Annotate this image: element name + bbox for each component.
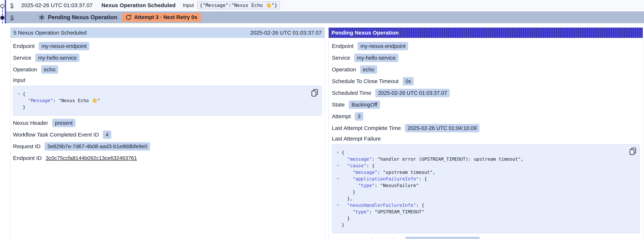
code-line: }	[334, 215, 627, 222]
field-service: Servicemy-hello-service	[13, 54, 322, 62]
code-line: "message": "upstream timeout",	[334, 169, 627, 176]
pending-operation-title: Pending Nexus Operation	[332, 30, 399, 36]
timeline-open-circle-icon	[0, 4, 4, 8]
retry-icon	[126, 14, 132, 20]
input-json: {"Message": "Nexus Echo 👋"}	[13, 86, 322, 116]
field-value-chip: echo	[360, 65, 377, 74]
field-label: Operation	[332, 66, 356, 73]
field-label: Endpoint ID	[13, 155, 42, 161]
collapse-chevron-icon[interactable]	[334, 162, 342, 166]
collapse-chevron-icon[interactable]	[334, 176, 342, 180]
event-history-row[interactable]: 5 2025-02-26 UTC 01:03:37.07 Nexus Opera…	[6, 0, 644, 10]
event-timestamp: 2025-02-26 UTC 01:03:37.07	[21, 2, 93, 8]
timeline-filled-circle-icon	[0, 16, 4, 20]
field-value-chip: my-nexus-endpoint	[358, 42, 408, 50]
field-value-chip: present	[52, 119, 76, 127]
code-line: "type": "NexusFailure"	[334, 182, 627, 189]
code-line: }	[15, 104, 309, 110]
pending-operation-panel: Pending Nexus Operation Endpointmy-nexus…	[328, 28, 643, 239]
field-value-chip: my-hello-service	[354, 54, 398, 62]
field-endpoint: Endpointmy-nexus-endpoint	[13, 42, 322, 50]
event-input-label: Input	[183, 2, 194, 8]
pending-title: Pending Nexus Operation	[48, 14, 117, 21]
event-detail-title: 5 Nexus Operation Scheduled	[13, 30, 86, 36]
event-id-link[interactable]: 5	[10, 2, 14, 8]
field-label: Service	[13, 55, 31, 61]
field-label: Nexus Header	[13, 120, 48, 126]
field-attempt: Attempt3	[332, 112, 640, 120]
code-line: {	[334, 149, 627, 156]
field-input: Input{"Message": "Nexus Echo 👋"}	[13, 77, 322, 116]
pending-operation-header: Pending Nexus Operation	[328, 28, 643, 38]
field-value-chip: echo	[41, 65, 58, 74]
code-line: "cause": {	[334, 162, 627, 169]
active-event-indicator-bar	[5, 0, 6, 24]
field-workflow-task-completed-event-id: Workflow Task Completed Event ID4	[13, 130, 322, 139]
field-label: Next Attempt Schedule Time	[332, 238, 401, 239]
field-label: Service	[332, 55, 350, 61]
pending-operation-row[interactable]: 5 Pending Nexus Operation Attempt 3 · Ne…	[6, 11, 644, 23]
field-label: State	[332, 102, 345, 108]
field-value-chip: 3e829b7e-7d67-4b08-aad3-b1e868bfe9e0	[44, 142, 150, 150]
field-label: Input	[13, 77, 322, 83]
copy-icon[interactable]	[311, 89, 318, 96]
event-title: Nexus Operation Scheduled	[102, 2, 176, 8]
field-value-chip: BackingOff	[349, 100, 380, 109]
field-value-chip: 0s	[403, 77, 414, 86]
retry-attempt-badge[interactable]: Attempt 3 · Next Retry 0s	[122, 13, 201, 22]
code-line: "Message": "Nexus Echo 👋"	[15, 97, 309, 104]
field-scheduled-time: Scheduled Time2025-02-26 UTC 01:03:37.07	[332, 89, 640, 97]
field-label: Endpoint	[13, 43, 34, 49]
field-operation: Operationecho	[332, 65, 640, 74]
field-operation: Operationecho	[13, 65, 322, 74]
event-input-preview-chip[interactable]: {"Message":"Nexus Echo 👋"}	[197, 1, 280, 9]
copy-icon[interactable]	[629, 148, 636, 155]
field-endpoint: Endpointmy-nexus-endpoint	[332, 42, 640, 50]
field-last-attempt-complete-time: Last Attempt Complete Time2025-02-26 UTC…	[332, 124, 640, 132]
field-label: Request ID	[13, 143, 40, 150]
code-line: }	[334, 189, 627, 196]
field-state: StateBackingOff	[332, 100, 640, 109]
code-line: "applicationFailureInfo": {	[334, 176, 627, 182]
code-line: {	[15, 91, 309, 97]
field-last-attempt-failure: Last Attempt Failure{"message": "handler…	[332, 136, 640, 233]
code-line: "nexusHandlerFailureInfo": {	[334, 202, 627, 208]
field-service: Servicemy-hello-service	[332, 54, 640, 62]
field-value-chip: 2025-02-26 UTC 01:04:13.93	[405, 236, 480, 239]
field-value-chip: my-nexus-endpoint	[39, 42, 89, 50]
field-label: Last Attempt Failure	[332, 136, 640, 142]
field-next-attempt-schedule-time: Next Attempt Schedule Time2025-02-26 UTC…	[332, 236, 640, 239]
event-detail-header: 5 Nexus Operation Scheduled 2025-02-26 U…	[10, 28, 324, 38]
event-detail-panel: 5 Nexus Operation Scheduled 2025-02-26 U…	[10, 28, 325, 239]
field-label: Workflow Task Completed Event ID	[13, 132, 99, 138]
pending-operation-body: Endpointmy-nexus-endpointServicemy-hello…	[328, 38, 643, 239]
field-value-chip: 2025-02-26 UTC 01:03:37.07	[375, 89, 450, 97]
last-attempt-failure-json: {"message": "handler error (UPSTREAM_TIM…	[332, 144, 640, 233]
code-line: "message": "handler error (UPSTREAM_TIME…	[334, 156, 627, 162]
field-schedule-to-close-timeout: Schedule To Close Timeout0s	[332, 77, 640, 86]
field-value-chip: 3	[355, 112, 363, 120]
event-detail-panels: 5 Nexus Operation Scheduled 2025-02-26 U…	[10, 28, 643, 239]
field-label: Operation	[13, 66, 37, 73]
field-label: Schedule To Close Timeout	[332, 78, 399, 84]
field-label: Scheduled Time	[332, 90, 371, 96]
pending-event-id-link[interactable]: 5	[10, 14, 14, 20]
asterisk-pending-icon	[38, 14, 45, 21]
code-line: "type": "UPSTREAM_TIMEOUT"	[334, 208, 627, 215]
field-value-link[interactable]: 3c0c75ccfa8144b092c13ce632463761	[46, 155, 137, 161]
field-endpoint-id: Endpoint ID3c0c75ccfa8144b092c13ce632463…	[13, 154, 322, 162]
code-line: }	[334, 222, 627, 228]
field-nexus-header: Nexus Headerpresent	[13, 119, 322, 127]
field-label: Last Attempt Complete Time	[332, 125, 401, 131]
code-line: },	[334, 196, 627, 202]
field-label: Attempt	[332, 113, 351, 120]
field-value-chip: my-hello-service	[35, 54, 80, 62]
field-value-chip: 4	[103, 130, 111, 139]
field-value-chip: 2025-02-26 UTC 01:04:10.09	[405, 124, 480, 132]
retry-badge-text: Attempt 3 · Next Retry 0s	[134, 14, 197, 20]
field-request-id: Request ID3e829b7e-7d67-4b08-aad3-b1e868…	[13, 142, 322, 150]
collapse-chevron-icon[interactable]	[334, 149, 342, 153]
event-detail-timestamp: 2025-02-26 UTC 01:03:37.07	[250, 30, 322, 36]
collapse-chevron-icon[interactable]	[15, 91, 23, 95]
collapse-chevron-icon[interactable]	[334, 202, 342, 206]
